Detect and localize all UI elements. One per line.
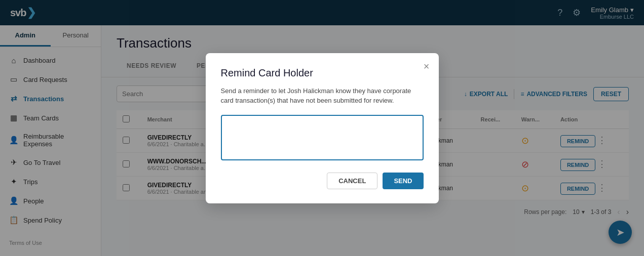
modal-description: Send a reminder to let Josh Halickman kn… [221,86,424,106]
send-button[interactable]: SEND [383,173,423,189]
modal-overlay: × Remind Card Holder Send a reminder to … [0,0,644,256]
modal-message-textarea[interactable] [221,115,424,160]
remind-card-holder-modal: × Remind Card Holder Send a reminder to … [206,53,439,203]
modal-actions: CANCEL SEND [221,173,424,189]
modal-title: Remind Card Holder [221,67,424,79]
cancel-button[interactable]: CANCEL [327,173,377,189]
modal-close-button[interactable]: × [424,61,430,71]
